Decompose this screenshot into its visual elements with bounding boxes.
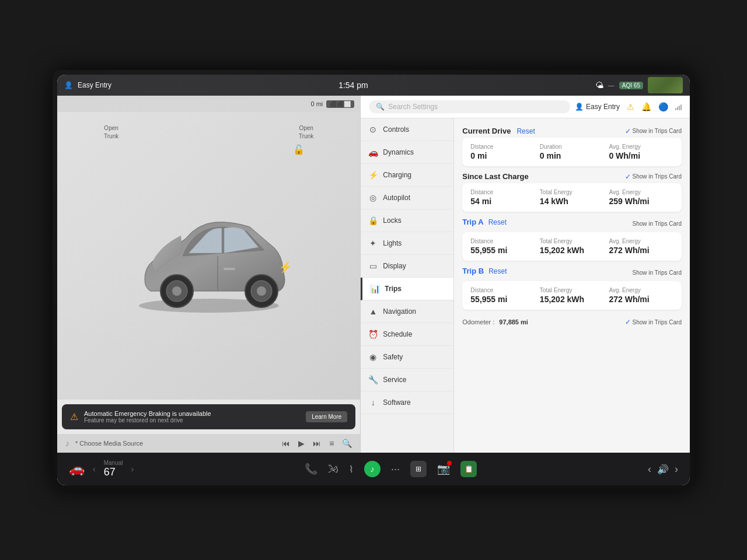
trip-a-title-group: Trip A Reset bbox=[462, 218, 507, 226]
trip-a-reset[interactable]: Reset bbox=[488, 218, 507, 226]
play-button[interactable]: ▶ bbox=[298, 439, 305, 448]
sidebar-item-lights[interactable]: ✦ Lights bbox=[361, 232, 453, 255]
current-drive-show-label: Show in Trips Card bbox=[633, 128, 682, 134]
lights-icon: ✦ bbox=[368, 239, 378, 248]
safety-label: Safety bbox=[383, 353, 403, 361]
trip-a-section: Trip A Reset Show in Trips Card Distance bbox=[462, 218, 682, 261]
current-distance: Distance 0 mi bbox=[470, 144, 535, 160]
warning-header-icon: ⚠ bbox=[627, 102, 634, 111]
search-media-button[interactable]: 🔍 bbox=[342, 439, 352, 448]
charging-label: Charging bbox=[383, 171, 411, 179]
sidebar-item-controls[interactable]: ⊙ Controls bbox=[361, 118, 453, 141]
charge-distance-value: 54 mi bbox=[470, 197, 535, 206]
sidebar-item-charging[interactable]: ⚡ Charging bbox=[361, 164, 453, 187]
media-source-label[interactable]: * Choose Media Source bbox=[75, 440, 276, 447]
current-avg-energy: Avg. Energy 0 Wh/mi bbox=[609, 144, 673, 160]
equalizer-icon[interactable]: ≡ bbox=[329, 439, 334, 448]
signal-bars bbox=[675, 103, 682, 110]
spotify-button[interactable]: ♪ bbox=[364, 461, 381, 477]
current-distance-label: Distance bbox=[470, 144, 535, 150]
temperature-value: 67 bbox=[104, 466, 116, 478]
odometer-show-trips[interactable]: ✓ Show in Trips Card bbox=[625, 318, 682, 326]
aqi-badge: AQI 65 bbox=[619, 82, 643, 89]
sidebar-item-locks[interactable]: 🔒 Locks bbox=[361, 209, 453, 232]
forward-media-button[interactable]: › bbox=[675, 463, 678, 475]
open-rear-trunk-label[interactable]: Open Trunk bbox=[104, 124, 118, 141]
bell-icon[interactable]: 🔔 bbox=[641, 102, 651, 111]
sidebar-item-trips[interactable]: 📊 Trips bbox=[361, 278, 453, 300]
profile-icon: 👤 bbox=[64, 81, 73, 89]
trips-panel: Current Drive Reset ✓ Show in Trips Card bbox=[454, 118, 690, 453]
back-media-button[interactable]: ‹ bbox=[648, 463, 651, 475]
volume-icon[interactable]: 🔊 bbox=[657, 464, 669, 475]
left-panel: 0 mi ⬛⬛⬜ Open Trunk Open Trunk 🔓 bbox=[57, 96, 361, 453]
more-apps-button[interactable]: ··· bbox=[391, 463, 400, 475]
trip-b-title-group: Trip B Reset bbox=[462, 267, 507, 275]
learn-more-button[interactable]: Learn More bbox=[306, 411, 347, 422]
sidebar-item-display[interactable]: ▭ Display bbox=[361, 255, 453, 278]
range-badge: ⬛⬛⬜ bbox=[326, 100, 354, 108]
controls-icon: ⊙ bbox=[368, 125, 378, 134]
current-drive-section: Current Drive Reset ✓ Show in Trips Card bbox=[462, 127, 682, 166]
locks-icon: 🔒 bbox=[368, 216, 378, 225]
sidebar-item-safety[interactable]: ◉ Safety bbox=[361, 346, 453, 369]
trip-a-show-trips[interactable]: Show in Trips Card bbox=[633, 220, 682, 227]
current-drive-show-trips[interactable]: ✓ Show in Trips Card bbox=[625, 127, 682, 135]
schedule-label: Schedule bbox=[383, 330, 412, 338]
settings-header: 🔍 Search Settings 👤 Easy Entry ⚠ 🔔 🔵 bbox=[361, 96, 690, 118]
odometer-value: 97,885 mi bbox=[499, 318, 528, 326]
charge-avg-energy: Avg. Energy 259 Wh/mi bbox=[609, 189, 673, 206]
trip-a-avg-energy: Avg. Energy 272 Wh/mi bbox=[609, 238, 673, 255]
fan-icon[interactable]: 🌬 bbox=[328, 463, 338, 475]
charge-distance-label: Distance bbox=[470, 189, 535, 195]
car-image: ⚡ bbox=[116, 192, 302, 320]
next-track-button[interactable]: ⏭ bbox=[313, 439, 321, 448]
profile-label[interactable]: Easy Entry bbox=[78, 81, 111, 89]
emergency-notification: ⚠ Automatic Emergency Braking is unavail… bbox=[62, 404, 355, 429]
svg-point-6 bbox=[257, 286, 266, 296]
software-label: Software bbox=[383, 398, 410, 407]
since-charge-title: Since Last Charge bbox=[462, 172, 528, 181]
schedule-icon: ⏰ bbox=[368, 330, 378, 339]
current-drive-reset[interactable]: Reset bbox=[516, 127, 535, 135]
controls-label: Controls bbox=[383, 125, 409, 134]
sidebar-item-autopilot[interactable]: ◎ Autopilot bbox=[361, 187, 453, 209]
search-box[interactable]: 🔍 Search Settings bbox=[369, 100, 570, 113]
apps-grid-button[interactable]: ⊞ bbox=[410, 461, 427, 477]
wiper-icon[interactable]: ⌇ bbox=[349, 464, 354, 475]
sidebar-item-dynamics[interactable]: 🚗 Dynamics bbox=[361, 141, 453, 164]
trip-a-title: Trip A bbox=[462, 218, 483, 226]
trip-a-distance: Distance 55,955 mi bbox=[470, 238, 535, 255]
trip-a-total-energy: Total Energy 15,202 kWh bbox=[540, 238, 605, 255]
sidebar-item-software[interactable]: ↓ Software bbox=[361, 391, 453, 414]
charging-icon: ⚡ bbox=[368, 170, 378, 180]
sidebar-item-navigation[interactable]: ▲ Navigation bbox=[361, 300, 453, 323]
trips-icon: 📊 bbox=[369, 284, 380, 293]
temp-nav-left[interactable]: ‹ bbox=[93, 464, 96, 474]
search-placeholder: Search Settings bbox=[388, 103, 438, 111]
taskbar-left: 🚗 ‹ Manual 67 › bbox=[69, 460, 134, 478]
since-charge-show-trips[interactable]: ✓ Show in Trips Card bbox=[625, 173, 682, 181]
trip-b-reset[interactable]: Reset bbox=[488, 267, 507, 275]
time-display: 1:54 pm bbox=[338, 80, 368, 90]
dashboard-button[interactable]: 📋 bbox=[460, 461, 477, 477]
odometer-show-label: Show in Trips Card bbox=[633, 319, 682, 326]
charge-total-label: Total Energy bbox=[540, 189, 605, 195]
trip-b-distance: Distance 55,955 mi bbox=[470, 287, 535, 304]
prev-track-button[interactable]: ⏮ bbox=[282, 439, 290, 448]
left-top-bar: 0 mi ⬛⬛⬜ bbox=[57, 96, 360, 112]
since-charge-show-label: Show in Trips Card bbox=[633, 173, 682, 180]
emergency-subtitle: Feature may be restored on next drive bbox=[84, 417, 211, 424]
current-avg-value: 0 Wh/mi bbox=[609, 151, 673, 160]
emergency-title: Automatic Emergency Braking is unavailab… bbox=[84, 410, 211, 417]
autopilot-label: Autopilot bbox=[383, 194, 410, 202]
dynamics-label: Dynamics bbox=[383, 148, 414, 156]
car-taskbar-icon[interactable]: 🚗 bbox=[69, 461, 85, 477]
phone-icon[interactable]: 📞 bbox=[305, 463, 317, 475]
camera-button[interactable]: 📷 bbox=[437, 463, 450, 475]
open-front-trunk-label[interactable]: Open Trunk bbox=[299, 124, 313, 141]
sidebar-item-schedule[interactable]: ⏰ Schedule bbox=[361, 323, 453, 346]
bluetooth-icon[interactable]: 🔵 bbox=[658, 102, 668, 111]
sidebar-item-service[interactable]: 🔧 Service bbox=[361, 369, 453, 391]
trip-b-show-trips[interactable]: Show in Trips Card bbox=[633, 270, 682, 276]
